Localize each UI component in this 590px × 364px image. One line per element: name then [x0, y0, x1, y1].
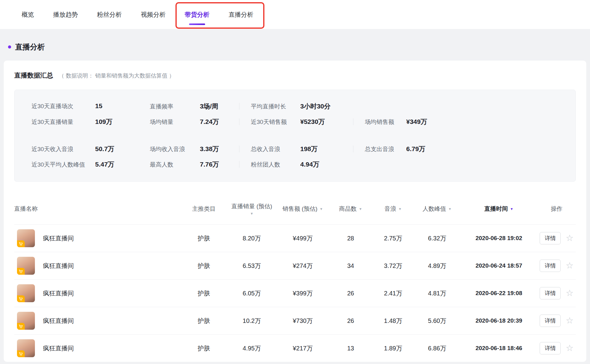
- col-header-sales-amount[interactable]: 销售额 (预估)▼: [276, 205, 329, 213]
- favorite-star-icon[interactable]: ☆: [566, 289, 573, 298]
- stat-item: 最高人数7.76万: [150, 160, 239, 169]
- detail-button[interactable]: 详情: [540, 232, 561, 244]
- live-time-cell: 2020-06-24 18:57: [460, 262, 537, 269]
- sales-volume-cell: 8.20万: [227, 234, 276, 243]
- sales-volume-cell: 10.2万: [227, 317, 276, 325]
- summary-header: 直播数据汇总 （ 数据说明： 销量和销售额为大数据估算值 ）: [14, 71, 576, 80]
- stat-value: 7.24万: [200, 117, 219, 126]
- section-title: 直播分析: [15, 42, 45, 52]
- live-table-row: 疯狂直播间护肤6.05万¥399万262.41万4.81万2020-06-22 …: [14, 279, 576, 307]
- live-name-cell: 疯狂直播间: [14, 229, 181, 247]
- stat-label: 场均销量: [150, 118, 200, 126]
- stat-item: 近30天平均人数峰值5.47万: [32, 160, 150, 169]
- stat-divider: [239, 118, 239, 125]
- peak-viewers-cell: 6.86万: [414, 344, 460, 353]
- live-time-cell: 2020-06-28 19:02: [460, 235, 537, 242]
- stat-item: 近30天收入音浪50.7万: [32, 145, 150, 153]
- shopping-cart-icon: [17, 295, 25, 302]
- stat-value: 198万: [300, 145, 318, 153]
- sort-caret-icon[interactable]: ▼: [250, 212, 254, 215]
- live-name-cell: 疯狂直播间: [14, 312, 181, 330]
- product-count-cell: 26: [329, 290, 372, 297]
- sort-caret-icon[interactable]: ▼: [510, 207, 513, 211]
- col-header-live-time[interactable]: 直播时间▼: [460, 205, 537, 213]
- stat-item: 场均收入音浪3.38万: [150, 145, 239, 153]
- stat-label: 场均收入音浪: [150, 145, 200, 153]
- stat-label: 近30天直播场次: [32, 102, 95, 110]
- live-room-avatar: [17, 257, 35, 275]
- stat-label: 粉丝团人数: [251, 161, 300, 169]
- detail-button[interactable]: 详情: [540, 287, 561, 299]
- live-name-cell: 疯狂直播间: [14, 257, 181, 275]
- sound-wave-cell: 2.41万: [372, 289, 414, 298]
- stats-row: 近30天直播场次15直播频率3场/周平均直播时长3小时30分: [15, 99, 575, 114]
- stat-value: 6.79万: [406, 145, 425, 153]
- summary-title: 直播数据汇总: [14, 71, 53, 80]
- detail-button[interactable]: 详情: [540, 315, 561, 327]
- stat-value: ¥5230万: [300, 117, 325, 126]
- stat-label: 总支出音浪: [365, 145, 406, 153]
- stat-value: 4.94万: [300, 160, 319, 169]
- stat-value: 50.7万: [95, 145, 114, 153]
- tab-overview[interactable]: 概览: [22, 0, 34, 29]
- stats-row: 近30天直播销量109万场均销量7.24万近30天销售额¥5230万场均销售额¥…: [15, 114, 575, 129]
- section-header: 直播分析: [8, 42, 590, 52]
- sound-wave-cell: 1.48万: [372, 317, 414, 325]
- sort-caret-icon[interactable]: ▼: [448, 207, 452, 211]
- stat-label: 近30天平均人数峰值: [32, 161, 95, 169]
- live-time-cell: 2020-06-22 19:08: [460, 290, 537, 297]
- peak-viewers-cell: 6.32万: [414, 234, 460, 243]
- favorite-star-icon[interactable]: ☆: [566, 261, 573, 270]
- col-header-sound-wave[interactable]: 音浪▼: [372, 205, 414, 213]
- stat-item: 场均销售额¥349万: [365, 117, 457, 126]
- stat-value: 3小时30分: [300, 102, 331, 111]
- tab-list: 概览播放趋势粉丝分析视频分析带货分析直播分析: [22, 0, 253, 29]
- stat-item: 场均销量7.24万: [150, 117, 239, 126]
- stat-value: 7.76万: [200, 160, 219, 169]
- col-header-sales-volume[interactable]: 直播销量 (预估)▼: [227, 202, 276, 215]
- actions-cell: 详情☆: [537, 342, 576, 354]
- detail-button[interactable]: 详情: [540, 342, 561, 354]
- live-table-row: 疯狂直播间护肤4.95万¥217万131.89万6.86万2020-06-18 …: [14, 334, 576, 362]
- col-header-label: 直播销量 (预估): [231, 202, 272, 210]
- sort-caret-icon[interactable]: ▼: [359, 207, 362, 211]
- col-header-label: 人数峰值: [423, 205, 446, 213]
- peak-viewers-cell: 4.81万: [414, 289, 460, 298]
- favorite-star-icon[interactable]: ☆: [566, 316, 573, 325]
- table-body: 疯狂直播间护肤8.20万¥499万282.75万6.32万2020-06-28 …: [14, 224, 576, 362]
- stat-divider: [353, 146, 353, 152]
- stat-value: ¥349万: [406, 117, 427, 126]
- col-header-product-count[interactable]: 商品数▼: [329, 205, 372, 213]
- stat-item: 总支出音浪6.79万: [365, 145, 457, 153]
- sound-wave-cell: 2.75万: [372, 234, 414, 243]
- live-room-avatar: [17, 312, 35, 330]
- favorite-star-icon[interactable]: ☆: [566, 234, 573, 243]
- tab-fans-analysis[interactable]: 粉丝分析: [97, 0, 122, 29]
- live-room-avatar: [17, 284, 35, 302]
- shopping-cart-icon: [17, 350, 25, 357]
- stat-value: 15: [95, 102, 102, 110]
- detail-button[interactable]: 详情: [540, 260, 561, 272]
- stat-value: 5.47万: [95, 160, 114, 169]
- col-header-actions: 操作: [537, 205, 576, 213]
- stat-label: 直播频率: [150, 103, 200, 111]
- tab-video-analysis[interactable]: 视频分析: [141, 0, 166, 29]
- live-name-cell: 疯狂直播间: [14, 284, 181, 302]
- col-header-label: 直播名称: [14, 205, 38, 213]
- stat-item: 近30天销售额¥5230万: [251, 117, 353, 126]
- sales-amount-cell: ¥217万: [276, 344, 329, 353]
- sales-amount-cell: ¥399万: [276, 289, 329, 298]
- favorite-star-icon[interactable]: ☆: [566, 344, 573, 353]
- sort-caret-icon[interactable]: ▼: [398, 207, 402, 211]
- product-count-cell: 28: [329, 235, 372, 242]
- sort-caret-icon[interactable]: ▼: [320, 207, 323, 211]
- stat-label: 总收入音浪: [251, 145, 300, 153]
- live-room-name: 疯狂直播间: [43, 262, 74, 270]
- tab-sales-analysis[interactable]: 带货分析: [185, 0, 209, 29]
- tab-live-analysis[interactable]: 直播分析: [229, 0, 253, 29]
- summary-note: （ 数据说明： 销量和销售额为大数据估算值 ）: [59, 72, 175, 79]
- col-header-peak-viewers[interactable]: 人数峰值▼: [414, 205, 460, 213]
- actions-cell: 详情☆: [537, 260, 576, 272]
- actions-cell: 详情☆: [537, 315, 576, 327]
- tab-play-trend[interactable]: 播放趋势: [53, 0, 78, 29]
